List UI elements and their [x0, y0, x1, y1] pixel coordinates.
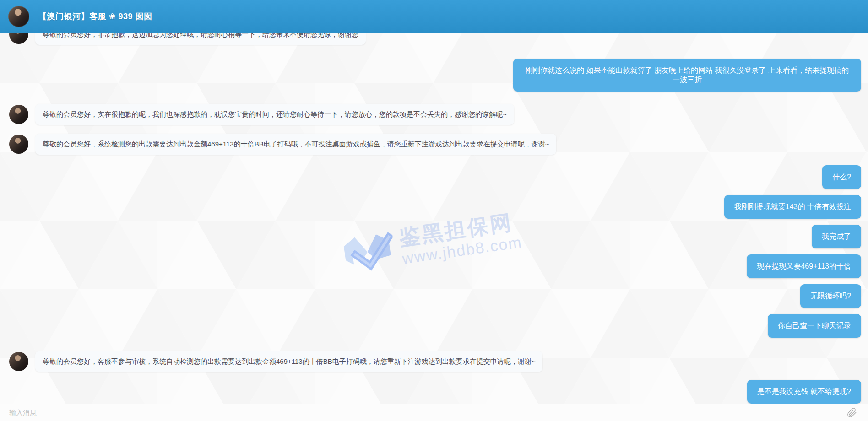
agent-avatar [8, 6, 29, 27]
agent-message-row: 尊敬的会员您好，客服不参与审核，系统自动检测您的出款需要达到出款金额469+11… [0, 351, 868, 372]
user-message-bubble: 现在提现又要469+113的十倍 [747, 254, 861, 278]
user-message-row: 我完成了 [0, 225, 868, 248]
agent-message-bubble: 尊敬的会员您好，实在很抱歉的呢，我们也深感抱歉的，耽误您宝贵的时间，还请您耐心等… [35, 104, 514, 125]
user-message-bubble: 无限循环吗? [800, 284, 861, 308]
paperclip-icon[interactable] [847, 408, 857, 418]
user-message-row: 你自己查一下聊天记录 [0, 314, 868, 338]
user-message-bubble: 刚刚你就这么说的 如果不能出款就算了 朋友晚上给的网站 我很久没登录了 上来看看… [513, 59, 861, 92]
user-message-bubble: 我刚刚提现就要143的 十倍有效投注 [724, 195, 861, 219]
composer-bar [0, 404, 868, 421]
chat-scroll-area[interactable]: 鉴黑担保网 www.jhdb8.com 尊敬的会员您好，非常抱歉，这边加急为您处… [0, 33, 868, 404]
user-message-row: 什么? [0, 165, 868, 189]
agent-message-row: 尊敬的会员您好，非常抱歉，这边加急为您处理哦，请您耐心稍等一下，给您带来不便请您… [0, 33, 868, 45]
user-message-bubble: 你自己查一下聊天记录 [768, 314, 861, 338]
message-list: 尊敬的会员您好，非常抱歉，这边加急为您处理哦，请您耐心稍等一下，给您带来不便请您… [0, 33, 868, 404]
user-message-row: 刚刚你就这么说的 如果不能出款就算了 朋友晚上给的网站 我很久没登录了 上来看看… [0, 59, 868, 92]
agent-message-bubble: 尊敬的会员您好，系统检测您的出款需要达到出款金额469+113的十倍BB电子打码… [35, 134, 556, 155]
user-message-bubble: 我完成了 [812, 225, 861, 248]
user-message-row: 是不是我没充钱 就不给提现? [0, 380, 868, 404]
chat-header: 【澳门银河】客服 ❀ 939 囡囡 [0, 0, 868, 33]
agent-message-avatar [9, 352, 28, 371]
chat-app-window: 【澳门银河】客服 ❀ 939 囡囡 [0, 0, 868, 421]
agent-message-avatar [9, 105, 28, 124]
message-input[interactable] [0, 404, 847, 421]
agent-message-bubble: 尊敬的会员您好，非常抱歉，这边加急为您处理哦，请您耐心稍等一下，给您带来不便请您… [35, 33, 366, 45]
user-message-row: 我刚刚提现就要143的 十倍有效投注 [0, 195, 868, 219]
user-message-row: 无限循环吗? [0, 284, 868, 308]
agent-message-avatar [9, 33, 28, 44]
user-message-row: 现在提现又要469+113的十倍 [0, 254, 868, 278]
agent-message-bubble: 尊敬的会员您好，客服不参与审核，系统自动检测您的出款需要达到出款金额469+11… [35, 351, 542, 372]
user-message-bubble: 是不是我没充钱 就不给提现? [747, 380, 861, 404]
agent-message-row: 尊敬的会员您好，系统检测您的出款需要达到出款金额469+113的十倍BB电子打码… [0, 134, 868, 155]
chat-title: 【澳门银河】客服 ❀ 939 囡囡 [38, 11, 152, 22]
user-message-bubble: 什么? [822, 165, 861, 189]
agent-message-avatar [9, 135, 28, 154]
agent-message-row: 尊敬的会员您好，实在很抱歉的呢，我们也深感抱歉的，耽误您宝贵的时间，还请您耐心等… [0, 104, 868, 125]
